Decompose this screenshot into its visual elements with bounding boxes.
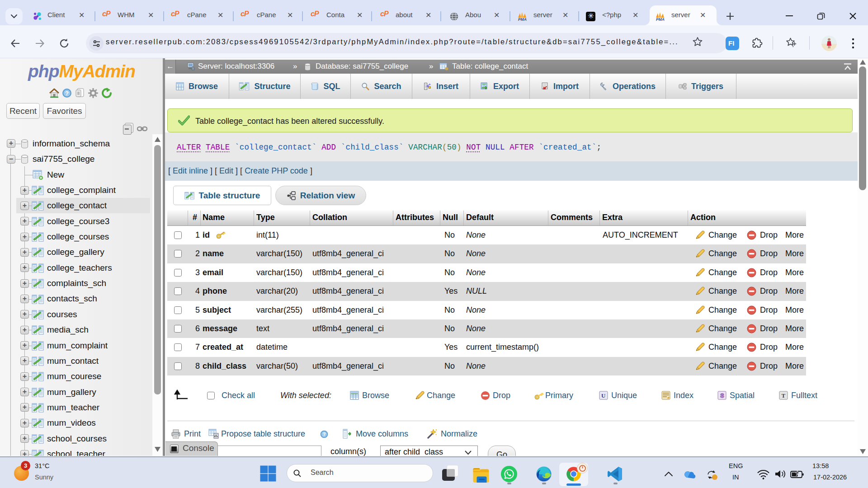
svg-text:?: ? <box>65 90 69 97</box>
svg-text:T: T <box>782 392 786 399</box>
svg-text:PMA: PMA <box>518 17 527 21</box>
svg-text:S: S <box>720 392 724 399</box>
svg-text:PMA: PMA <box>656 17 665 21</box>
svg-text:?: ? <box>323 432 326 437</box>
svg-text:U: U <box>601 392 606 399</box>
